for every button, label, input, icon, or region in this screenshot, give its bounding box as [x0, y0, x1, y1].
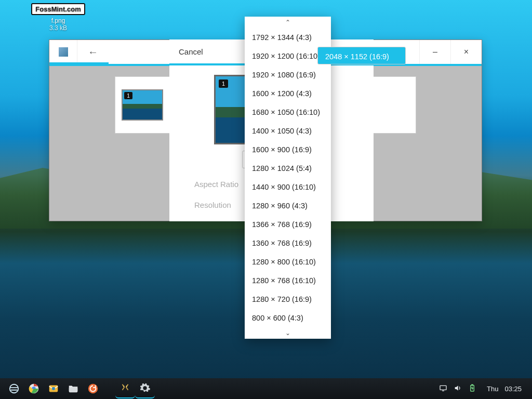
- resolution-option[interactable]: 1600 × 900 (16:9): [245, 140, 331, 159]
- svg-point-7: [123, 385, 124, 387]
- tray-clock-time[interactable]: 03:25: [504, 385, 522, 393]
- tray-network-icon[interactable]: [439, 384, 447, 394]
- dropdown-scroll-down[interactable]: ⌄: [245, 327, 331, 339]
- taskbar-running-settings[interactable]: [135, 379, 155, 398]
- dropdown-scroll-up[interactable]: ⌃: [245, 17, 331, 28]
- desktop-file-icon[interactable]: FossMint.com f.png 3.3 kB: [22, 3, 95, 32]
- resolution-dropdown[interactable]: ⌃ 1792 × 1344 (4:3)2048 × 1152 (16:9)192…: [245, 17, 331, 339]
- resolution-option[interactable]: 2048 × 1152 (16:9): [317, 47, 406, 64]
- resolution-option[interactable]: 1280 × 768 (16:10): [245, 271, 331, 290]
- window-close-button[interactable]: ×: [450, 40, 482, 64]
- display-preview-badge: 1: [219, 79, 228, 88]
- cancel-button[interactable]: Cancel: [179, 47, 203, 56]
- window-minimize-button[interactable]: –: [419, 40, 450, 64]
- resolution-option[interactable]: 1280 × 960 (4:3): [245, 196, 331, 215]
- system-tray: Thu 03:25: [439, 384, 528, 394]
- window-app-icon[interactable]: [49, 40, 77, 64]
- back-button[interactable]: ←: [77, 40, 109, 64]
- resolution-option[interactable]: 1280 × 720 (16:9): [245, 290, 331, 309]
- aspect-ratio-label: Aspect Ratio: [194, 180, 238, 189]
- taskbar: Thu 03:25: [0, 378, 532, 399]
- svg-rect-11: [472, 384, 473, 385]
- tray-volume-icon[interactable]: [454, 384, 462, 394]
- resolution-option[interactable]: 1400 × 1050 (4:3): [245, 122, 331, 140]
- svg-point-8: [126, 385, 127, 387]
- display-thumbnail-badge: 1: [124, 92, 132, 99]
- resolution-option[interactable]: 1360 × 768 (16:9): [245, 234, 331, 252]
- resolution-option[interactable]: 1792 × 1344 (4:3): [245, 28, 331, 47]
- taskbar-app-files[interactable]: [63, 379, 83, 398]
- resolution-option[interactable]: 1366 × 768 (16:9): [245, 215, 331, 234]
- svg-rect-9: [440, 385, 446, 390]
- resolution-option[interactable]: 1680 × 1050 (16:10): [245, 103, 331, 122]
- svg-point-4: [52, 387, 55, 390]
- resolution-label: Resolution: [194, 201, 231, 209]
- resolution-option[interactable]: 1440 × 900 (16:10): [245, 178, 331, 196]
- desktop-file-badge: FossMint.com: [31, 3, 85, 15]
- start-menu-button[interactable]: [4, 379, 24, 398]
- taskbar-app-chrome[interactable]: [24, 379, 44, 398]
- svg-point-0: [10, 384, 19, 393]
- resolution-option[interactable]: 1920 × 1080 (16:9): [245, 65, 331, 84]
- desktop-file-name: f.png: [22, 17, 95, 24]
- resolution-option[interactable]: 1600 × 1200 (4:3): [245, 84, 331, 103]
- tray-clock-day[interactable]: Thu: [487, 385, 498, 393]
- display-thumbnail-1[interactable]: 1: [122, 89, 163, 121]
- desktop-file-size: 3.3 kB: [22, 24, 95, 32]
- svg-rect-5: [69, 387, 78, 392]
- resolution-option[interactable]: 1280 × 800 (16:10): [245, 252, 331, 271]
- resolution-option[interactable]: 1280 × 1024 (5:4): [245, 159, 331, 178]
- taskbar-app-mail[interactable]: [44, 379, 63, 398]
- taskbar-running-app-1[interactable]: [115, 379, 135, 398]
- taskbar-app-update[interactable]: [83, 379, 103, 398]
- resolution-option[interactable]: 800 × 600 (4:3): [245, 309, 331, 327]
- tray-battery-icon[interactable]: [468, 384, 476, 394]
